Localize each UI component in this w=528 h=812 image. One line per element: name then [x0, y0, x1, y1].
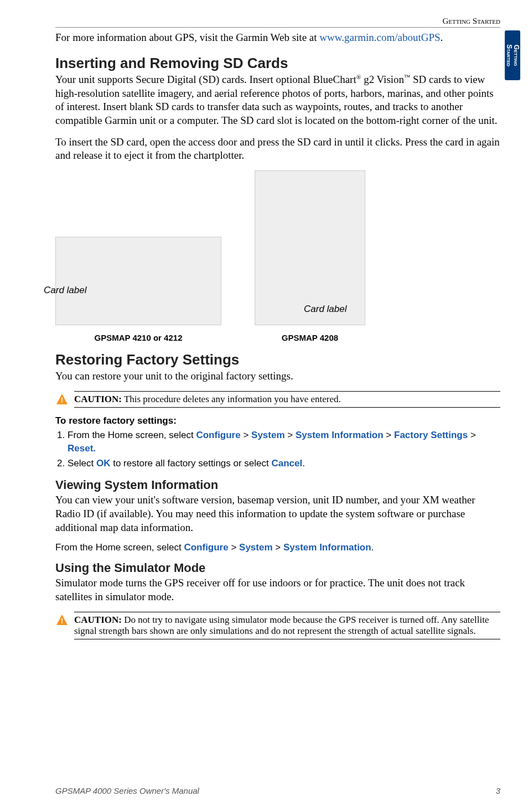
step2-mid: to restore all factory settings or selec… — [110, 458, 271, 469]
sysinfo-pre: From the Home screen, select — [55, 542, 184, 553]
sep1: > — [241, 430, 251, 440]
sd-p1b: g2 Vision — [361, 74, 404, 85]
sim-title: Using the Simulator Mode — [55, 561, 500, 575]
figure-1: Card label GPSMAP 4210 or 4212 — [55, 237, 221, 342]
step1-pre: From the Home screen, select — [68, 430, 196, 440]
step2-pre: Select — [68, 458, 96, 469]
kw-system: System — [251, 430, 284, 440]
restore-intro: You can restore your unit to the origina… — [55, 369, 500, 383]
intro-paragraph: For more information about GPS, visit th… — [55, 31, 500, 45]
kw-ok: OK — [96, 458, 111, 469]
intro-suffix: . — [441, 32, 443, 43]
figure-2-card-label: Card label — [304, 304, 347, 315]
sim-caution: ! CAUTION: Do not try to navigate using … — [74, 612, 500, 639]
sim-caution-label: CAUTION: — [74, 615, 122, 625]
restore-steps-title: To restore factory settings: — [55, 415, 500, 426]
figure-2: Card label GPSMAP 4208 — [255, 170, 365, 342]
page-header: Getting Started — [55, 17, 500, 28]
restore-step-1: From the Home screen, select Configure >… — [68, 429, 500, 455]
header-section-name: Getting Started — [55, 17, 500, 26]
sim-body: Simulator mode turns the GPS receiver of… — [55, 576, 500, 603]
side-tab: Getting Started — [505, 30, 520, 80]
intro-prefix: For more information about GPS, visit th… — [55, 32, 319, 43]
figures-row: Card label GPSMAP 4210 or 4212 Card labe… — [55, 170, 500, 342]
sep5: > — [229, 542, 239, 553]
figure-2-image: Card label — [255, 170, 365, 325]
kw-system-2: System — [239, 542, 272, 553]
sd-paragraph-1: Your unit supports Secure Digital (SD) c… — [55, 73, 500, 128]
warning-icon: ! — [55, 613, 69, 627]
restore-caution: ! CAUTION: This procedure deletes any in… — [74, 391, 500, 408]
figure-1-image: Card label — [55, 237, 221, 325]
trademark-mark: ™ — [404, 74, 410, 80]
warning-icon: ! — [55, 393, 69, 406]
kw-factory: Factory Settings — [394, 430, 468, 440]
side-tab-line1: Getting — [513, 45, 520, 66]
restore-caution-label: CAUTION: — [74, 394, 122, 404]
svg-text:!: ! — [61, 617, 63, 625]
side-tab-line2: Started — [505, 44, 513, 66]
sysinfo-body: You can view your unit's software versio… — [55, 493, 500, 534]
sep3: > — [384, 430, 394, 440]
footer-manual-title: GPSMAP 4000 Series Owner's Manual — [55, 786, 199, 795]
sysinfo-instruction: From the Home screen, select Configure >… — [55, 542, 500, 553]
kw-sysinfo-2: System Information — [283, 542, 371, 553]
page-footer: GPSMAP 4000 Series Owner's Manual 3 — [55, 786, 500, 795]
figure-1-caption: GPSMAP 4210 or 4212 — [55, 333, 221, 342]
sim-caution-text: Do not try to navigate using simulator m… — [74, 615, 489, 636]
sep2: > — [285, 430, 296, 440]
sd-paragraph-2: To insert the SD card, open the access d… — [55, 136, 500, 163]
sd-section-title: Inserting and Removing SD Cards — [55, 55, 500, 72]
sep4: > — [468, 430, 476, 440]
kw-reset: Reset. — [68, 443, 96, 454]
sd-p1a: Your unit supports Secure Digital (SD) c… — [55, 74, 356, 85]
kw-cancel: Cancel — [272, 458, 303, 469]
restore-steps: From the Home screen, select Configure >… — [55, 429, 500, 470]
restore-caution-text: This procedure deletes any information y… — [122, 394, 341, 404]
svg-text:!: ! — [61, 396, 63, 404]
kw-sysinfo: System Information — [296, 430, 384, 440]
sysinfo-end: . — [371, 542, 374, 553]
gps-link[interactable]: www.garmin.com/aboutGPS — [319, 32, 440, 43]
footer-page-number: 3 — [496, 786, 500, 795]
figure-2-caption: GPSMAP 4208 — [255, 333, 365, 342]
sysinfo-title: Viewing System Information — [55, 478, 500, 492]
sep6: > — [273, 542, 283, 553]
kw-configure-2: Configure — [184, 542, 228, 553]
figure-1-card-label: Card label — [44, 285, 87, 296]
restore-step-2: Select OK to restore all factory setting… — [68, 457, 500, 470]
kw-configure: Configure — [196, 430, 240, 440]
restore-section-title: Restoring Factory Settings — [55, 351, 500, 368]
step2-end: . — [302, 458, 305, 469]
